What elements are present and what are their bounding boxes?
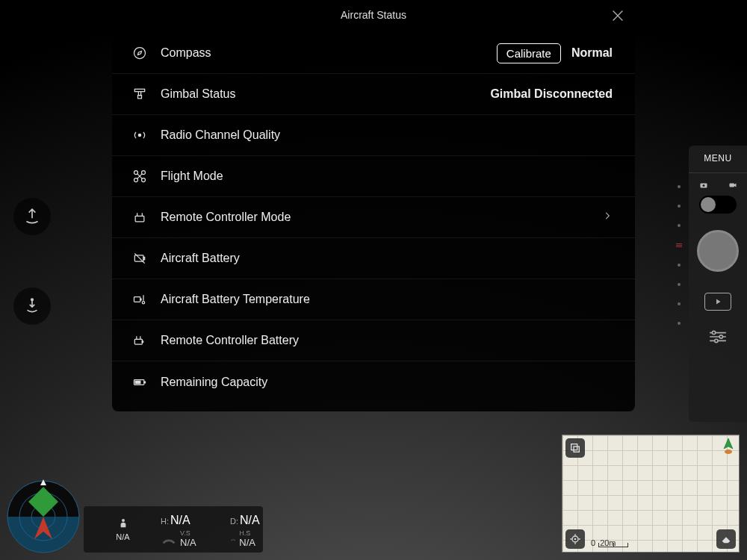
row-label: Aircraft Battery Temperature (161, 293, 613, 306)
play-icon (713, 297, 722, 306)
status-row-capacity[interactable]: Remaining Capacity (112, 361, 635, 402)
exposure-scale (672, 185, 686, 325)
eraser-icon (720, 533, 732, 545)
svg-rect-11 (143, 257, 145, 259)
svg-point-1 (134, 48, 146, 59)
svg-point-32 (122, 519, 125, 522)
row-label: Compass (161, 46, 497, 60)
playback-button[interactable] (704, 293, 731, 311)
svg-rect-13 (140, 299, 141, 300)
map-expand-button[interactable] (565, 438, 585, 458)
person-icon (117, 517, 129, 529)
modal-title: Aircraft Status (112, 0, 635, 33)
camera-menu-button[interactable]: MENU (689, 153, 747, 173)
status-row-rc-mode[interactable]: Remote Controller Mode (112, 197, 635, 238)
map-locate-button[interactable] (565, 529, 585, 549)
row-value: Gimbal Disconnected (490, 87, 613, 101)
locate-icon (569, 533, 581, 545)
row-label: Aircraft Battery (161, 252, 613, 265)
row-label: Radio Channel Quality (161, 128, 613, 142)
row-label: Remote Controller Mode (161, 211, 595, 224)
telemetry-bar: H:N/A D:N/A N/A V.SN/A H.SN/A (84, 506, 263, 553)
status-row-flight-mode[interactable]: Flight Mode (112, 156, 635, 197)
svg-point-4 (138, 134, 140, 136)
remote-icon (131, 208, 149, 226)
telemetry-vs: V.SN/A (161, 530, 224, 548)
svg-rect-9 (135, 216, 144, 222)
svg-rect-16 (142, 341, 143, 343)
scale-bar-icon (598, 543, 628, 547)
svg-rect-15 (134, 339, 142, 344)
row-label: Gimbal Status (161, 87, 490, 101)
telemetry-distance: D:N/A (230, 514, 255, 527)
gauge-icon (230, 531, 236, 547)
radio-icon (131, 126, 149, 144)
return-home-icon (22, 296, 42, 316)
camera-mode-labels (689, 181, 747, 191)
status-row-rc-battery[interactable]: Remote Controller Battery (112, 320, 635, 361)
camera-panel: MENU (689, 146, 747, 422)
svg-rect-22 (729, 184, 734, 187)
status-row-compass[interactable]: Compass Calibrate Normal (112, 33, 635, 74)
sliders-icon (708, 330, 728, 343)
return-home-button[interactable] (13, 287, 51, 325)
svg-rect-33 (571, 444, 577, 450)
svg-rect-3 (138, 96, 142, 99)
telemetry-height: H:N/A (161, 514, 224, 527)
svg-point-24 (719, 335, 722, 338)
map-scale: 0 20m (591, 538, 616, 547)
gauge-icon (161, 531, 177, 547)
telemetry-hs: H.SN/A (230, 530, 255, 548)
mini-map[interactable]: 0 20m (562, 435, 740, 553)
svg-point-25 (715, 339, 718, 342)
status-row-gimbal[interactable]: Gimbal Status Gimbal Disconnected (112, 74, 635, 115)
takeoff-icon (22, 207, 42, 226)
video-mode-icon (727, 181, 739, 191)
svg-point-21 (702, 184, 704, 187)
map-layers-button[interactable] (716, 529, 736, 549)
shutter-button[interactable] (697, 230, 739, 272)
status-row-radio[interactable]: Radio Channel Quality (112, 115, 635, 156)
drone-icon (131, 167, 149, 185)
svg-point-0 (31, 299, 34, 301)
svg-rect-12 (134, 297, 140, 302)
camera-settings-button[interactable] (708, 330, 728, 346)
row-label: Remaining Capacity (161, 376, 613, 389)
svg-rect-18 (144, 382, 146, 383)
svg-rect-19 (135, 381, 140, 383)
svg-rect-34 (574, 447, 579, 452)
status-row-battery-temp[interactable]: Aircraft Battery Temperature (112, 279, 635, 320)
photo-video-toggle[interactable] (699, 196, 737, 214)
capacity-icon (131, 373, 149, 391)
svg-point-14 (142, 302, 144, 304)
row-label: Remote Controller Battery (161, 334, 613, 347)
takeoff-button[interactable] (13, 198, 51, 235)
battery-icon (131, 249, 149, 267)
rc-battery-icon (131, 332, 149, 349)
expand-icon (569, 442, 581, 454)
toggle-knob (701, 197, 716, 212)
exposure-center-icon (676, 243, 682, 247)
chevron-right-icon (602, 211, 613, 224)
svg-rect-2 (134, 89, 144, 91)
attitude-radar[interactable] (6, 479, 81, 554)
svg-point-36 (574, 538, 575, 539)
close-button[interactable] (610, 7, 626, 24)
aircraft-status-modal: Aircraft Status Compass Calibrate Normal… (112, 0, 635, 411)
row-label: Flight Mode (161, 169, 613, 183)
aircraft-marker (722, 438, 734, 455)
gimbal-icon (131, 85, 149, 103)
photo-mode-icon (698, 181, 710, 191)
status-row-battery[interactable]: Aircraft Battery (112, 238, 635, 279)
svg-point-23 (712, 331, 715, 334)
close-icon (610, 7, 626, 24)
compass-icon (131, 44, 149, 62)
svg-point-37 (725, 449, 732, 454)
vps-indicator: N/A (91, 517, 155, 541)
battery-temp-icon (131, 290, 149, 308)
row-value: Normal (571, 46, 613, 60)
calibrate-button[interactable]: Calibrate (497, 43, 561, 63)
